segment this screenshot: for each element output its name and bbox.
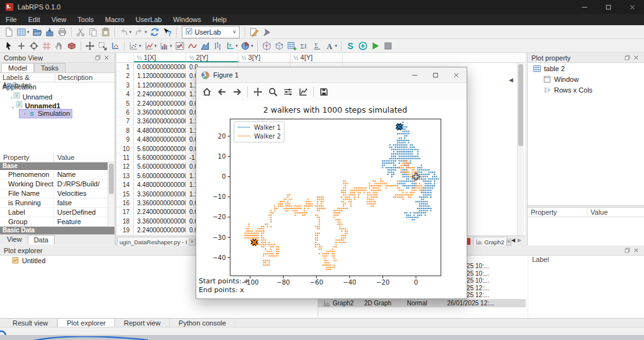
center-marker-button[interactable] <box>28 40 40 52</box>
sheet-scrollbar[interactable] <box>517 63 524 235</box>
cell-x[interactable]: 1.12000000000000 <box>134 72 186 81</box>
close-button[interactable] <box>620 0 644 14</box>
figure-canvas[interactable]: 2 walkers with 1000 steps simulated−100−… <box>196 100 467 298</box>
cell-x[interactable]: 3.36000000000000 <box>134 117 186 126</box>
graph2-tab-close-icon[interactable]: ✕ <box>506 239 511 246</box>
save-button[interactable] <box>316 86 331 98</box>
curve-red-button[interactable] <box>186 40 199 52</box>
box-red-button[interactable] <box>65 40 78 52</box>
target-add-button[interactable] <box>357 40 369 52</box>
close-panel-icon[interactable] <box>102 54 111 62</box>
cell-x[interactable]: 1.12000000000000 <box>134 81 186 90</box>
sigma-i-button[interactable]: ΣI <box>298 40 311 52</box>
printer-button[interactable] <box>56 26 69 38</box>
new-file-button[interactable] <box>3 26 15 38</box>
workbench-selector[interactable]: UserLab∨ <box>182 26 240 38</box>
editor-tab-close-icon[interactable]: ✕ <box>189 239 196 246</box>
pan-button[interactable] <box>250 86 265 98</box>
zoom-select-button[interactable] <box>96 40 109 52</box>
chevron-down-icon[interactable]: ⌄ <box>11 104 15 110</box>
tab-python-console[interactable]: Python console <box>170 319 235 327</box>
new-table-button[interactable]: ▾ <box>15 26 31 38</box>
property-scrollbar[interactable] <box>108 162 114 227</box>
axes-corner-button[interactable] <box>109 40 121 52</box>
tree-item-simulation[interactable]: ›SSimulation <box>0 109 114 118</box>
menu-view[interactable]: View <box>46 14 72 25</box>
open-folder-button[interactable] <box>31 26 43 38</box>
cell-x[interactable]: 5.60000000000000 <box>134 145 186 154</box>
undo-button[interactable]: ▾ <box>118 26 133 38</box>
area-blue-button[interactable] <box>199 40 211 52</box>
menu-windows[interactable]: Windows <box>167 14 207 25</box>
add-plus-button[interactable] <box>15 40 28 52</box>
cell-x[interactable]: 2.24000000000000 <box>134 208 186 217</box>
cell-x[interactable]: 2.24000000000000 <box>134 90 186 99</box>
property-row[interactable]: File NameVelocities <box>0 189 114 198</box>
plot-prop-item-window[interactable]: Window <box>528 74 644 84</box>
cube-3d-button[interactable] <box>273 40 286 52</box>
back-button[interactable] <box>214 86 230 98</box>
cell-x[interactable]: 4.48000000000000 <box>134 135 186 144</box>
menu-macro[interactable]: Macro <box>99 14 130 25</box>
pan-hand-button[interactable] <box>53 40 65 52</box>
tab-data[interactable]: Data <box>28 235 55 244</box>
whats-this-button[interactable]: ? <box>161 26 174 38</box>
editor-tab[interactable]: ugin_DataReshaper.py - Editor ✕ <box>117 237 198 246</box>
menu-file[interactable]: File <box>0 14 23 25</box>
import-box-button[interactable] <box>43 26 56 38</box>
copy-button[interactable] <box>87 26 99 38</box>
property-row[interactable]: GroupFeature <box>0 217 114 227</box>
pointer-button[interactable] <box>3 40 15 52</box>
tab-view[interactable]: View <box>1 235 28 244</box>
menu-help[interactable]: Help <box>207 14 233 25</box>
menu-edit[interactable]: Edit <box>23 14 46 25</box>
tree-item-unnamed[interactable]: ›Unnamed <box>0 91 114 100</box>
menu-tools[interactable]: Tools <box>72 14 99 25</box>
column-header-2y[interactable]: ½2[Y] <box>186 53 238 62</box>
font-a-button[interactable]: A▾ <box>323 40 339 52</box>
axes-teal-button[interactable]: ▾ <box>224 40 240 52</box>
tab-scroll-right-icon[interactable]: ▶ <box>518 237 521 243</box>
macro-run-button[interactable] <box>260 26 273 38</box>
cell-x[interactable]: 0.00000000000000 <box>134 63 186 72</box>
titlebar[interactable]: LabRPS 0.1.0 <box>0 0 644 14</box>
menu-userlab[interactable]: UserLab <box>130 14 168 25</box>
error-bars-button[interactable] <box>211 40 224 52</box>
line-chart-button[interactable]: ▾ <box>143 40 158 52</box>
figure-minimize-button[interactable] <box>404 67 425 83</box>
stop-button[interactable] <box>382 40 394 52</box>
column-header-1x[interactable]: ½1[X] <box>134 53 186 62</box>
cell-x[interactable]: 2.24000000000000 <box>134 99 186 108</box>
tab-report-view[interactable]: Report view <box>115 319 170 327</box>
chevron-right-icon[interactable]: › <box>21 111 28 116</box>
property-row[interactable]: LabelUserDefined <box>0 208 114 217</box>
minimize-button[interactable] <box>572 0 596 14</box>
results-selected-row[interactable]: Graph2 2D Graph Normal 26/01/2025 12:... <box>318 299 526 307</box>
cell-x[interactable]: 3.36000000000000 <box>134 199 186 208</box>
crosshair-button[interactable] <box>40 40 53 52</box>
cell-x[interactable]: 5.60000000000000 <box>134 154 186 162</box>
column-header-3y[interactable]: ½3[Y] <box>238 53 291 62</box>
cell-x[interactable]: 3.36000000000000 <box>134 108 186 117</box>
graph2-tab[interactable]: Graph2 ✕ <box>473 237 508 246</box>
paste-button[interactable] <box>99 26 112 38</box>
cut-button[interactable] <box>74 26 87 38</box>
table-add-button[interactable] <box>286 40 298 52</box>
property-row[interactable]: PhenomenonName <box>0 170 114 179</box>
zoom-button[interactable] <box>265 86 280 98</box>
float-panel-icon[interactable] <box>623 246 631 255</box>
close-panel-icon[interactable] <box>631 54 640 62</box>
float-panel-icon[interactable] <box>93 54 102 62</box>
refresh-button[interactable] <box>148 26 161 38</box>
sigma-under-button[interactable]: Σ <box>311 40 323 52</box>
dock-collapse-button[interactable]: ◀ <box>509 77 513 83</box>
column-header-4y[interactable]: ½4[Y] <box>291 53 343 62</box>
sliders-button[interactable] <box>280 86 296 98</box>
move-4way-button[interactable] <box>84 40 96 52</box>
property-row[interactable]: is Runningfalse <box>0 198 114 208</box>
tab-scroll-left-icon[interactable]: ◀ <box>511 237 515 243</box>
tree-item-application[interactable]: Application <box>0 82 114 91</box>
maximize-button[interactable] <box>596 0 620 14</box>
hex-3d-button[interactable] <box>260 40 273 52</box>
figure-maximize-button[interactable] <box>425 67 446 83</box>
